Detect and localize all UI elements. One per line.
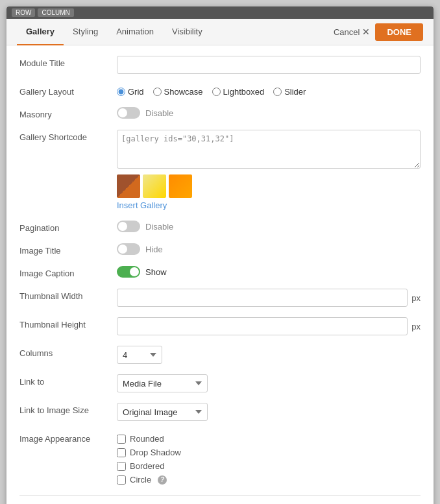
layout-grid-label: Grid: [128, 87, 144, 97]
gallery-layout-control: Grid Showcase Lightboxed Slider: [117, 84, 421, 97]
row-col-bar: ROW COLUMN: [6, 6, 434, 19]
thumbnail-width-input-row: 300 px: [117, 289, 421, 307]
layout-lightboxed-option[interactable]: Lightboxed: [212, 87, 265, 97]
divider: [19, 495, 421, 496]
image-appearance-label: Image Appearance: [19, 431, 117, 444]
circle-label[interactable]: Circle: [130, 475, 151, 485]
columns-select[interactable]: 4 1 2 3 5 6: [117, 346, 162, 364]
thumbnail-height-control: 200 px: [117, 317, 421, 335]
masonry-toggle-row: Disable: [117, 107, 421, 119]
columns-label: Columns: [19, 346, 117, 358]
link-to-row: Link to Media File Attachment Page None: [19, 374, 421, 392]
thumbnail-height-unit: px: [411, 322, 421, 331]
tab-actions: Cancel ✕ DONE: [334, 23, 423, 41]
thumb-2: [143, 174, 166, 198]
thumbnail-height-input[interactable]: 200: [117, 317, 408, 335]
cancel-label: Cancel: [334, 27, 360, 37]
columns-control: 4 1 2 3 5 6: [117, 346, 421, 364]
gallery-thumbnails: [117, 174, 421, 198]
image-appearance-control: Rounded Drop Shadow Bordered Circle ?: [117, 431, 421, 485]
cancel-x-icon: ✕: [362, 27, 370, 37]
circle-row: Circle ?: [117, 475, 421, 485]
rounded-row: Rounded: [117, 434, 421, 444]
row-tag[interactable]: ROW: [12, 8, 35, 17]
masonry-label: Masonry: [19, 107, 117, 119]
pagination-toggle-row: Disable: [117, 221, 421, 232]
thumbnail-width-label: Thumbnail Width: [19, 289, 117, 301]
circle-help-icon[interactable]: ?: [158, 475, 167, 485]
module-title-input[interactable]: [117, 56, 421, 74]
thumbnail-width-unit: px: [411, 293, 421, 303]
image-caption-toggle-label: Show: [145, 267, 167, 277]
link-to-select[interactable]: Media File Attachment Page None: [117, 374, 208, 392]
image-title-toggle[interactable]: [117, 243, 140, 255]
link-to-label: Link to: [19, 374, 117, 387]
form-content: Module Title Gallery Layout Grid Showcas…: [6, 45, 434, 504]
image-caption-control: Show: [117, 266, 421, 278]
tab-gallery[interactable]: Gallery: [17, 19, 64, 45]
image-title-toggle-row: Hide: [117, 243, 421, 255]
layout-grid-radio[interactable]: [117, 88, 125, 96]
columns-row: Columns 4 1 2 3 5 6: [19, 346, 421, 364]
cancel-button[interactable]: Cancel ✕: [334, 27, 370, 37]
layout-lightboxed-radio[interactable]: [212, 88, 221, 96]
gallery-shortcode-textarea[interactable]: [gallery ids="30,31,32"]: [117, 130, 421, 169]
tab-styling[interactable]: Styling: [64, 19, 107, 45]
gallery-layout-radio-group: Grid Showcase Lightboxed Slider: [117, 84, 421, 97]
column-tag[interactable]: COLUMN: [38, 8, 73, 17]
link-to-control: Media File Attachment Page None: [117, 374, 421, 392]
module-title-control: [117, 56, 421, 74]
tab-visibility[interactable]: Visibility: [163, 19, 212, 45]
rounded-label[interactable]: Rounded: [130, 434, 164, 444]
main-window: ROW COLUMN Gallery Styling Animation Vis…: [6, 6, 434, 504]
thumb-3: [169, 174, 192, 198]
drop-shadow-row: Drop Shadow: [117, 448, 421, 457]
rounded-checkbox[interactable]: [117, 435, 126, 444]
bordered-checkbox[interactable]: [117, 462, 126, 471]
link-to-image-size-row: Link to Image Size Original Image Thumbn…: [19, 403, 421, 421]
image-caption-row: Image Caption Show: [19, 266, 421, 278]
tab-animation[interactable]: Animation: [107, 19, 163, 45]
drop-shadow-label[interactable]: Drop Shadow: [130, 448, 181, 457]
drop-shadow-checkbox[interactable]: [117, 448, 126, 457]
link-to-image-size-select[interactable]: Original Image Thumbnail Medium Large: [117, 403, 208, 421]
thumbnail-width-row: Thumbnail Width 300 px: [19, 289, 421, 307]
image-caption-label: Image Caption: [19, 266, 117, 278]
gallery-shortcode-label: Gallery Shortcode: [19, 130, 117, 142]
thumbnail-width-input[interactable]: 300: [117, 289, 408, 307]
layout-slider-option[interactable]: Slider: [273, 87, 306, 97]
pagination-row: Pagination Disable: [19, 221, 421, 233]
image-title-row: Image Title Hide: [19, 243, 421, 256]
masonry-toggle[interactable]: [117, 107, 140, 119]
bordered-label[interactable]: Bordered: [130, 461, 164, 471]
insert-gallery-link[interactable]: Insert Gallery: [117, 200, 421, 210]
link-to-image-size-control: Original Image Thumbnail Medium Large: [117, 403, 421, 421]
layout-slider-radio[interactable]: [273, 88, 282, 96]
masonry-row: Masonry Disable: [19, 107, 421, 119]
gallery-layout-label: Gallery Layout: [19, 84, 117, 97]
pagination-label: Pagination: [19, 221, 117, 233]
image-caption-toggle-row: Show: [117, 266, 421, 278]
circle-checkbox[interactable]: [117, 475, 126, 485]
bordered-row: Bordered: [117, 461, 421, 471]
layout-showcase-option[interactable]: Showcase: [153, 87, 203, 97]
image-title-toggle-label: Hide: [145, 245, 163, 254]
thumbnail-height-row: Thumbnail Height 200 px: [19, 317, 421, 335]
layout-showcase-radio[interactable]: [153, 88, 162, 96]
pagination-toggle[interactable]: [117, 221, 140, 232]
thumb-1: [117, 174, 140, 198]
image-title-control: Hide: [117, 243, 421, 255]
link-to-image-size-label: Link to Image Size: [19, 403, 117, 415]
pagination-control: Disable: [117, 221, 421, 232]
image-appearance-checkboxes: Rounded Drop Shadow Bordered Circle ?: [117, 431, 421, 485]
module-title-label: Module Title: [19, 56, 117, 68]
thumbnail-height-label: Thumbnail Height: [19, 317, 117, 330]
done-button[interactable]: DONE: [375, 23, 423, 41]
layout-grid-option[interactable]: Grid: [117, 87, 144, 97]
image-title-label: Image Title: [19, 243, 117, 256]
image-caption-toggle[interactable]: [117, 266, 140, 278]
module-title-row: Module Title: [19, 56, 421, 74]
thumbnail-width-control: 300 px: [117, 289, 421, 307]
gallery-shortcode-row: Gallery Shortcode [gallery ids="30,31,32…: [19, 130, 421, 210]
layout-showcase-label: Showcase: [164, 87, 203, 97]
